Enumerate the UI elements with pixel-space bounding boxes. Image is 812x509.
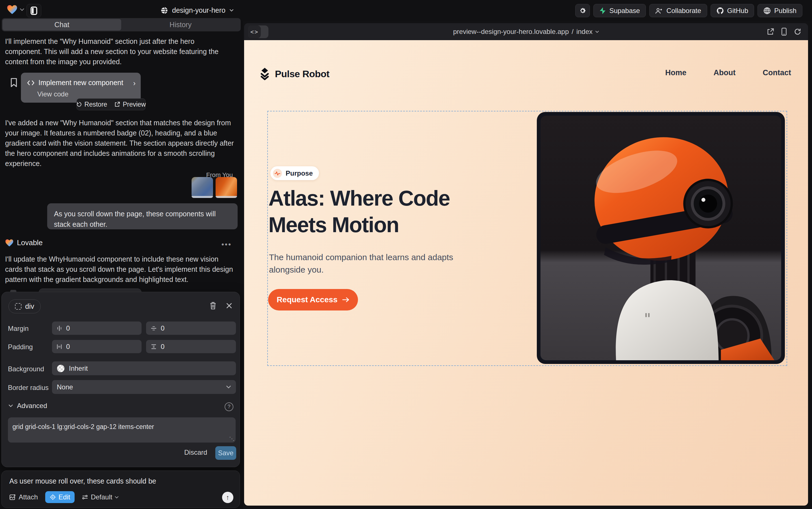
tab-history[interactable]: History bbox=[121, 19, 240, 31]
preview-button[interactable]: Preview bbox=[114, 101, 146, 108]
padding-x-input[interactable]: 0 bbox=[52, 340, 142, 353]
robot-illustration bbox=[541, 116, 781, 360]
code-icon bbox=[27, 80, 34, 86]
padding-x-value: 0 bbox=[66, 343, 70, 351]
request-access-button[interactable]: Request Access bbox=[268, 289, 358, 310]
url-chevron-down-icon bbox=[595, 31, 599, 33]
margin-label: Margin bbox=[8, 325, 29, 333]
selected-element-chip[interactable]: div bbox=[8, 300, 41, 313]
background-input[interactable]: Inherit bbox=[52, 362, 236, 375]
lovable-heart-icon bbox=[5, 239, 13, 247]
collaborate-button[interactable]: Collaborate bbox=[649, 4, 707, 17]
attachment-thumbnail-blue[interactable] bbox=[191, 177, 213, 198]
globe-icon bbox=[160, 6, 168, 14]
trash-icon[interactable] bbox=[210, 302, 216, 310]
preview-label: Preview bbox=[123, 101, 146, 108]
assistant-message-2: I've added a new "Why Humanoid" section … bbox=[5, 117, 234, 169]
preview-panel: preview--design-your-hero.lovable.app / … bbox=[244, 23, 808, 506]
supabase-button[interactable]: Supabase bbox=[593, 4, 646, 17]
discard-button[interactable]: Discard bbox=[184, 448, 207, 456]
code-view-toggle[interactable]: <> bbox=[248, 26, 268, 38]
border-radius-value: None bbox=[57, 383, 73, 391]
nav-link-home[interactable]: Home bbox=[665, 68, 687, 77]
sidebar-tabs: Chat History bbox=[2, 18, 241, 31]
project-switcher[interactable]: design-your-hero bbox=[160, 0, 234, 21]
github-button[interactable]: GitHub bbox=[710, 4, 754, 17]
attach-button[interactable]: Attach bbox=[9, 493, 38, 501]
pulse-icon bbox=[273, 169, 282, 178]
resize-handle-icon[interactable]: ⋰ bbox=[229, 436, 235, 441]
assistant-message-1: I'll implement the "Why Humanoid" sectio… bbox=[5, 36, 231, 67]
close-icon[interactable] bbox=[226, 302, 232, 310]
view-code-link[interactable]: View code bbox=[37, 90, 68, 98]
publish-label: Publish bbox=[774, 7, 797, 15]
advanced-chevron-icon bbox=[8, 404, 13, 407]
hero-robot-image bbox=[537, 112, 785, 364]
margin-x-input[interactable]: 0 bbox=[52, 321, 142, 335]
element-inspector-panel: div Margin 0 0 Padding bbox=[1, 292, 240, 467]
nav-link-about[interactable]: About bbox=[714, 68, 736, 77]
advanced-section-toggle[interactable]: Advanced bbox=[8, 402, 47, 410]
purpose-badge: Purpose bbox=[270, 166, 319, 180]
composer-input[interactable]: As user mouse roll over, these cards sho… bbox=[9, 477, 156, 485]
save-button[interactable]: Save bbox=[215, 446, 236, 460]
logo-chevron-down-icon[interactable] bbox=[20, 8, 24, 11]
user-message-bubble: As you scroll down the page, these compo… bbox=[47, 203, 237, 229]
refresh-icon[interactable] bbox=[794, 28, 801, 36]
sidebar-panel-icon bbox=[31, 6, 37, 15]
padding-y-input[interactable]: 0 bbox=[146, 340, 236, 353]
chat-sidebar: Chat History I'll implement the "Why Hum… bbox=[0, 21, 243, 509]
preview-url[interactable]: preview--design-your-hero.lovable.app / … bbox=[244, 23, 808, 40]
mode-select[interactable]: Default bbox=[82, 493, 119, 501]
edit-mode-button[interactable]: Edit bbox=[45, 491, 75, 503]
more-options-icon[interactable]: ••• bbox=[222, 240, 232, 249]
bookmark-icon[interactable] bbox=[10, 78, 17, 88]
restore-preview-toolbar: Restore Preview bbox=[77, 98, 146, 110]
send-button[interactable]: ↑ bbox=[222, 492, 233, 503]
attachment-thumbnail-orange[interactable] bbox=[216, 177, 237, 198]
supabase-icon bbox=[599, 7, 606, 14]
help-icon[interactable]: ? bbox=[225, 402, 233, 411]
attach-label: Attach bbox=[19, 493, 38, 501]
request-access-label: Request Access bbox=[276, 295, 337, 304]
open-in-new-tab-icon[interactable] bbox=[767, 28, 774, 36]
publish-button[interactable]: Publish bbox=[758, 4, 802, 17]
nav-link-contact[interactable]: Contact bbox=[763, 68, 791, 77]
site-brand[interactable]: Pulse Robot bbox=[259, 67, 329, 80]
assistant-message-3: I'll update the WhyHumanoid component to… bbox=[5, 254, 234, 284]
tab-chat-label: Chat bbox=[54, 21, 70, 29]
layers-icon bbox=[259, 67, 270, 80]
padding-y-value: 0 bbox=[161, 343, 164, 351]
restore-button[interactable]: Restore bbox=[76, 101, 107, 108]
advanced-classes-textarea[interactable]: grid grid-cols-1 lg:grid-cols-2 gap-12 i… bbox=[8, 417, 236, 443]
sliders-icon bbox=[82, 494, 88, 500]
preview-url-host: preview--design-your-hero.lovable.app bbox=[453, 28, 569, 36]
chat-composer[interactable]: As user mouse roll over, these cards sho… bbox=[1, 471, 240, 508]
gear-icon bbox=[579, 7, 586, 14]
edit-label: Edit bbox=[59, 493, 70, 501]
sidebar-toggle-button[interactable] bbox=[27, 4, 41, 17]
tab-history-label: History bbox=[170, 21, 191, 29]
padding-x-icon bbox=[57, 344, 62, 349]
preview-browser-bar: preview--design-your-hero.lovable.app / … bbox=[244, 23, 808, 40]
selected-tag: div bbox=[25, 302, 34, 310]
target-icon bbox=[50, 494, 56, 500]
assistant-name: Lovable bbox=[17, 238, 43, 247]
site-canvas: Pulse Robot Home About Contact Purpose A… bbox=[244, 40, 808, 506]
margin-y-input[interactable]: 0 bbox=[146, 321, 236, 335]
hero-subtext: The humanoid companion that learns and a… bbox=[269, 251, 472, 276]
preview-url-separator: / bbox=[571, 28, 574, 36]
tab-chat[interactable]: Chat bbox=[3, 19, 121, 31]
padding-y-icon bbox=[151, 344, 156, 349]
assistant-header: Lovable bbox=[5, 238, 43, 247]
settings-button[interactable] bbox=[575, 4, 590, 17]
mobile-view-icon[interactable] bbox=[781, 28, 786, 36]
border-radius-select[interactable]: None bbox=[52, 380, 236, 394]
margin-y-value: 0 bbox=[161, 324, 164, 332]
background-value: Inherit bbox=[69, 365, 88, 372]
code-toggle-knob: <> bbox=[248, 26, 261, 38]
external-link-icon bbox=[114, 102, 120, 107]
lovable-heart-logo[interactable] bbox=[7, 4, 17, 15]
github-icon bbox=[716, 7, 724, 14]
chevron-right-icon: › bbox=[133, 79, 136, 88]
